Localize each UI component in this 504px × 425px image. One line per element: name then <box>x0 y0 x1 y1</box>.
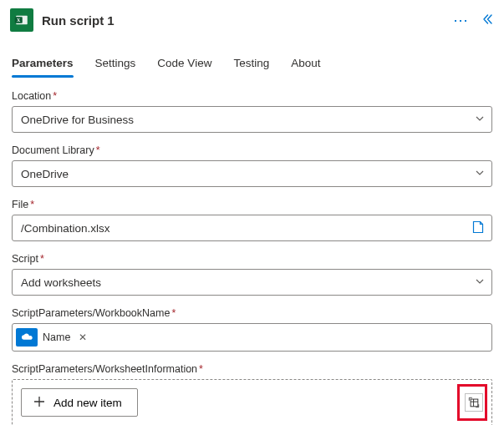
card-header: X Run script 1 ⋯ <box>8 7 496 37</box>
svg-text:X: X <box>17 18 21 23</box>
field-file: File* /Combination.xlsx <box>12 199 492 241</box>
dynamic-token-name[interactable]: Name ✕ <box>16 328 93 347</box>
tab-parameters[interactable]: Parameters <box>12 52 74 78</box>
tab-settings[interactable]: Settings <box>95 52 136 78</box>
more-icon[interactable]: ⋯ <box>453 13 469 28</box>
chevron-down-icon <box>475 276 485 289</box>
label-workbook-name: ScriptParameters/WorkbookName* <box>12 307 492 319</box>
document-library-select[interactable]: OneDrive <box>12 160 492 187</box>
add-new-item-button[interactable]: Add new item <box>21 388 138 417</box>
label-document-library: Document Library* <box>12 144 492 156</box>
file-input[interactable]: /Combination.xlsx <box>12 215 492 241</box>
field-workbook-name: ScriptParameters/WorkbookName* Name ✕ <box>12 307 492 352</box>
field-worksheet-information: ScriptParameters/WorksheetInformation* A… <box>12 363 492 425</box>
tab-testing[interactable]: Testing <box>233 52 269 78</box>
label-location: Location* <box>12 90 492 102</box>
card-title: Run script 1 <box>42 13 453 28</box>
excel-icon: X <box>10 8 33 32</box>
label-script: Script* <box>12 253 492 265</box>
tab-about[interactable]: About <box>291 52 320 78</box>
header-actions: ⋯ <box>453 13 494 28</box>
label-worksheet-information: ScriptParameters/WorksheetInformation* <box>12 363 492 375</box>
file-picker-icon[interactable] <box>471 220 485 236</box>
field-script: Script* Add worksheets <box>12 253 492 296</box>
remove-token-icon[interactable]: ✕ <box>75 331 90 343</box>
tab-code-view[interactable]: Code View <box>157 52 211 78</box>
parameters-panel: Location* OneDrive for Business Document… <box>8 78 496 425</box>
svg-rect-3 <box>471 399 478 407</box>
dynamic-content-button[interactable] <box>465 393 483 412</box>
onedrive-token-icon <box>16 328 38 347</box>
chevron-down-icon <box>475 168 485 180</box>
tab-bar: Parameters Settings Code View Testing Ab… <box>8 37 496 78</box>
workbook-name-input[interactable]: Name ✕ <box>12 323 492 352</box>
plus-icon <box>33 396 45 410</box>
collapse-icon[interactable] <box>481 13 494 28</box>
field-location: Location* OneDrive for Business <box>12 90 492 133</box>
worksheet-info-area: Add new item <box>12 379 492 425</box>
location-select[interactable]: OneDrive for Business <box>12 106 492 133</box>
field-document-library: Document Library* OneDrive <box>12 144 492 187</box>
action-card: X Run script 1 ⋯ Parameters Settings Cod… <box>0 0 504 425</box>
chevron-down-icon <box>475 114 485 126</box>
label-file: File* <box>12 199 492 210</box>
script-select[interactable]: Add worksheets <box>12 269 492 296</box>
